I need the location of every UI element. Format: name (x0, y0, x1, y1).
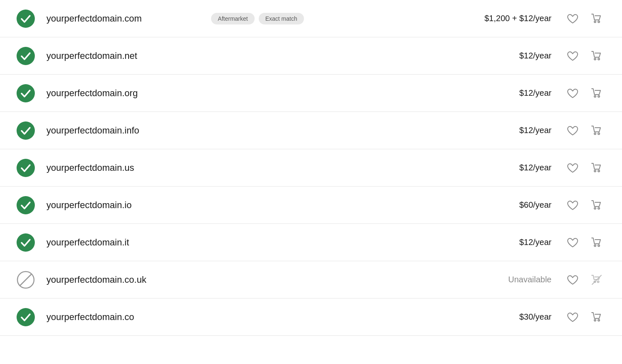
domain-price: $60/year (460, 200, 552, 210)
action-icons (564, 197, 605, 214)
domain-name: yourperfectdomain.net (46, 51, 249, 61)
table-row: yourperfectdomain.org$12/year (0, 75, 622, 112)
action-icons (564, 85, 605, 102)
domain-name: yourperfectdomain.info (46, 125, 249, 136)
wishlist-button[interactable] (564, 85, 581, 102)
table-row: yourperfectdomain.us$12/year (0, 149, 622, 187)
svg-point-4 (594, 58, 596, 60)
table-row: yourperfectdomain.co.ukUnavailable (0, 261, 622, 298)
available-icon (17, 196, 35, 214)
svg-point-1 (594, 21, 596, 22)
svg-point-12 (17, 159, 35, 177)
wishlist-button[interactable] (564, 234, 581, 251)
svg-point-24 (598, 281, 599, 282)
available-icon (17, 233, 35, 252)
table-row: yourperfectdomain.comAftermarketExact ma… (0, 0, 622, 37)
svg-point-18 (17, 233, 35, 252)
add-to-cart-button[interactable] (588, 197, 605, 214)
table-row: yourperfectdomain.it$12/year (0, 224, 622, 261)
wishlist-button[interactable] (564, 159, 581, 177)
table-row: yourperfectdomain.co$30/year (0, 298, 622, 336)
domain-name: yourperfectdomain.co.uk (46, 274, 249, 285)
available-icon (17, 121, 35, 140)
add-to-cart-button (588, 271, 605, 289)
domain-price: Unavailable (460, 275, 552, 284)
table-row: yourperfectdomain.net$12/year (0, 37, 622, 75)
domain-price: $12/year (460, 51, 552, 61)
domain-price: $12/year (460, 163, 552, 172)
available-icon (17, 47, 35, 65)
action-icons (564, 47, 605, 65)
add-to-cart-button[interactable] (588, 47, 605, 65)
svg-point-14 (598, 170, 600, 172)
wishlist-button[interactable] (564, 122, 581, 139)
domain-price: $12/year (460, 126, 552, 135)
add-to-cart-button[interactable] (588, 308, 605, 326)
action-icons (564, 308, 605, 326)
svg-point-6 (17, 84, 35, 102)
action-icons (564, 122, 605, 139)
action-icons (564, 10, 605, 27)
domain-price: $30/year (460, 312, 552, 322)
svg-point-26 (17, 308, 35, 326)
svg-line-22 (20, 274, 32, 286)
svg-point-11 (598, 133, 600, 134)
domain-price: $12/year (460, 88, 552, 98)
svg-point-13 (594, 170, 596, 172)
svg-point-9 (17, 121, 35, 140)
domain-price: $12/year (460, 238, 552, 247)
add-to-cart-button[interactable] (588, 122, 605, 139)
action-icons (564, 159, 605, 177)
domain-name: yourperfectdomain.it (46, 237, 249, 248)
domain-name: yourperfectdomain.io (46, 200, 249, 211)
svg-point-19 (594, 245, 596, 246)
unavailable-icon (17, 271, 35, 289)
domain-name: yourperfectdomain.co (46, 312, 249, 323)
add-to-cart-button[interactable] (588, 234, 605, 251)
add-to-cart-button[interactable] (588, 10, 605, 27)
svg-point-28 (598, 319, 600, 321)
svg-point-5 (598, 58, 600, 60)
table-row: yourperfectdomain.info$12/year (0, 112, 622, 149)
add-to-cart-button[interactable] (588, 85, 605, 102)
domain-list: yourperfectdomain.comAftermarketExact ma… (0, 0, 622, 336)
wishlist-button[interactable] (564, 197, 581, 214)
domain-name: yourperfectdomain.com (46, 13, 203, 24)
svg-point-20 (598, 245, 600, 246)
svg-point-7 (594, 95, 596, 97)
domain-badge: Aftermarket (211, 13, 254, 24)
wishlist-button[interactable] (564, 271, 581, 289)
wishlist-button[interactable] (564, 308, 581, 326)
badge-container: AftermarketExact match (211, 13, 304, 24)
wishlist-button[interactable] (564, 47, 581, 65)
svg-point-0 (17, 10, 35, 28)
svg-point-2 (598, 21, 600, 22)
domain-price: $1,200 + $12/year (460, 14, 552, 23)
available-icon (17, 10, 35, 28)
svg-point-27 (594, 319, 596, 321)
svg-point-16 (594, 207, 596, 209)
svg-point-10 (594, 133, 596, 134)
action-icons (564, 271, 605, 289)
available-icon (17, 84, 35, 102)
add-to-cart-button[interactable] (588, 159, 605, 177)
domain-badge: Exact match (259, 13, 304, 24)
svg-point-17 (598, 207, 600, 209)
available-icon (17, 159, 35, 177)
wishlist-button[interactable] (564, 10, 581, 27)
svg-point-15 (17, 196, 35, 214)
svg-point-3 (17, 47, 35, 65)
table-row: yourperfectdomain.io$60/year (0, 187, 622, 224)
svg-point-8 (598, 95, 600, 97)
action-icons (564, 234, 605, 251)
available-icon (17, 308, 35, 326)
domain-name: yourperfectdomain.us (46, 163, 249, 173)
domain-name: yourperfectdomain.org (46, 88, 249, 99)
